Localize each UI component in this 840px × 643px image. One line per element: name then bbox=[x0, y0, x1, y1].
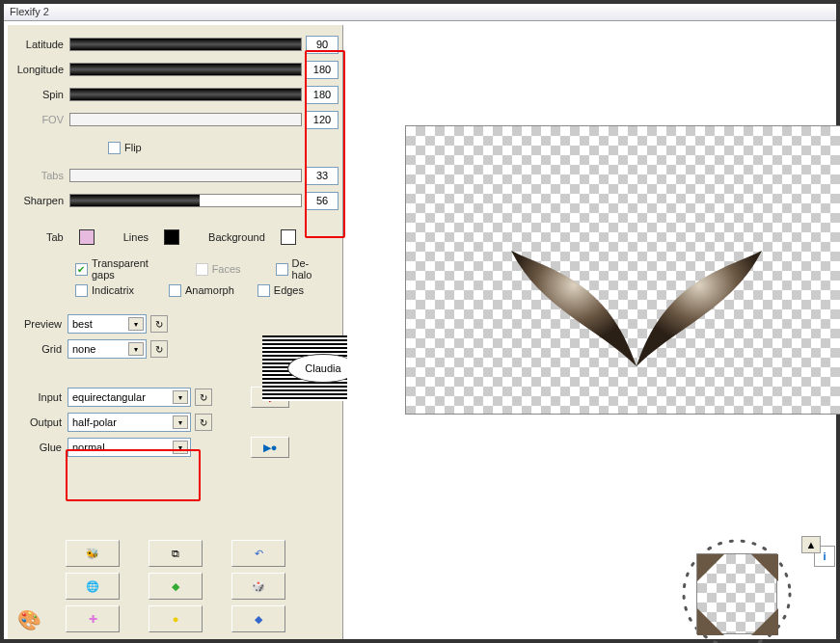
info-icon: i bbox=[823, 550, 826, 562]
blob-yellow-button[interactable]: ● bbox=[149, 605, 203, 632]
bee-icon: 🐝 bbox=[86, 548, 99, 560]
output-dropdown-value: half-polar bbox=[72, 416, 117, 428]
gem-blue-button[interactable]: ◆ bbox=[231, 605, 285, 632]
indicatrix-checkbox[interactable] bbox=[75, 284, 88, 297]
sharpen-label: Sharpen bbox=[12, 195, 69, 206]
chevron-down-icon: ▾ bbox=[173, 441, 188, 454]
tabs-value[interactable]: 33 bbox=[306, 167, 339, 185]
undo-icon: ↶ bbox=[255, 548, 263, 560]
lines-color-label: Lines bbox=[123, 231, 158, 243]
anamorph-checkbox[interactable] bbox=[169, 284, 181, 297]
dehalo-checkbox[interactable] bbox=[276, 263, 288, 276]
tabs-label: Tabs bbox=[12, 170, 69, 181]
thumbnail-shape-icon bbox=[697, 554, 778, 635]
lines-color-swatch[interactable] bbox=[164, 229, 179, 245]
fov-value[interactable]: 120 bbox=[306, 111, 339, 129]
copy-button[interactable]: ⧉ bbox=[149, 540, 203, 567]
preview-shape-icon bbox=[492, 212, 781, 386]
input-dropdown[interactable]: equirectangular ▾ bbox=[68, 388, 191, 407]
faces-checkbox bbox=[196, 263, 208, 276]
plus-pink-icon: ✚ bbox=[89, 613, 97, 626]
preview-refresh-button[interactable]: ↻ bbox=[150, 315, 168, 333]
spin-slider[interactable] bbox=[69, 88, 302, 101]
cube-green-icon: ◆ bbox=[172, 580, 179, 593]
window-titlebar: Flexify 2 bbox=[4, 4, 836, 21]
chevron-up-icon: ▲ bbox=[806, 539, 817, 550]
output-label: Output bbox=[12, 416, 68, 428]
window-title: Flexify 2 bbox=[10, 6, 49, 17]
dice-button[interactable]: 🎲 bbox=[231, 573, 285, 600]
anamorph-label: Anamorph bbox=[185, 284, 244, 296]
glue-label: Glue bbox=[12, 442, 68, 453]
transparent-gaps-label: Transparent gaps bbox=[92, 257, 184, 281]
bg-color-label: Background bbox=[208, 231, 275, 243]
preview-dropdown-value: best bbox=[72, 318, 93, 330]
dice-icon: 🎲 bbox=[252, 580, 265, 593]
input-dropdown-value: equirectangular bbox=[72, 391, 146, 403]
output-dropdown[interactable]: half-polar ▾ bbox=[68, 413, 191, 432]
tab-color-label: Tab bbox=[46, 231, 73, 243]
cube-green-button[interactable]: ◆ bbox=[149, 573, 203, 600]
chevron-down-icon: ▾ bbox=[173, 415, 188, 429]
longitude-label: Longitude bbox=[12, 64, 69, 75]
chevron-down-icon: ▾ bbox=[128, 342, 144, 356]
plus-pink-button[interactable]: ✚ bbox=[66, 605, 120, 632]
bg-color-swatch[interactable] bbox=[281, 229, 296, 245]
sharpen-slider[interactable] bbox=[69, 194, 302, 207]
spin-value[interactable]: 180 bbox=[306, 86, 339, 104]
expand-button[interactable]: ▲ bbox=[801, 536, 821, 553]
preview-dropdown[interactable]: best ▾ bbox=[68, 314, 147, 334]
palette-icon[interactable]: 🎨 bbox=[17, 608, 41, 631]
gem-blue-icon: ◆ bbox=[255, 613, 262, 626]
undo-button[interactable]: ↶ bbox=[231, 540, 285, 567]
globe-button[interactable]: 🌐 bbox=[66, 573, 120, 600]
grid-refresh-button[interactable]: ↻ bbox=[150, 340, 168, 358]
watermark-text: Claudia bbox=[305, 362, 340, 374]
fov-label: FOV bbox=[12, 114, 69, 125]
longitude-value[interactable]: 180 bbox=[306, 61, 339, 79]
dehalo-label: De-halo bbox=[292, 257, 339, 281]
latitude-value[interactable]: 90 bbox=[306, 36, 339, 54]
cd-record-icon: ▶● bbox=[263, 442, 278, 454]
icon-toolbar: 🐝 ⧉ ↶ 🌐 ◆ 🎲 ✚ ● ◆ bbox=[66, 540, 336, 638]
spin-label: Spin bbox=[12, 89, 69, 100]
bee-button[interactable]: 🐝 bbox=[66, 540, 120, 567]
latitude-label: Latitude bbox=[12, 39, 69, 50]
flip-checkbox[interactable] bbox=[108, 142, 121, 154]
tab-color-swatch[interactable] bbox=[79, 229, 95, 245]
glue-dropdown-value: normal bbox=[72, 442, 105, 453]
flip-label: Flip bbox=[124, 142, 151, 153]
faces-label: Faces bbox=[212, 263, 251, 275]
blob-yellow-icon: ● bbox=[173, 613, 179, 625]
glue-dropdown[interactable]: normal ▾ bbox=[68, 438, 191, 457]
transparent-gaps-checkbox[interactable] bbox=[75, 263, 88, 276]
chevron-down-icon: ▾ bbox=[128, 317, 144, 331]
controls-panel: Latitude 90 Longitude 180 Spin 180 FOV 1… bbox=[8, 25, 343, 639]
grid-dropdown-value: none bbox=[72, 343, 95, 355]
preview-label: Preview bbox=[12, 318, 68, 330]
input-label: Input bbox=[12, 391, 68, 403]
input-refresh-button[interactable]: ↻ bbox=[195, 388, 212, 406]
chevron-down-icon: ▾ bbox=[173, 390, 188, 404]
grid-label: Grid bbox=[12, 343, 68, 355]
tabs-slider bbox=[69, 169, 302, 182]
indicatrix-label: Indicatrix bbox=[92, 284, 144, 296]
fov-slider bbox=[69, 113, 302, 126]
globe-icon: 🌐 bbox=[86, 580, 99, 593]
grid-dropdown[interactable]: none ▾ bbox=[68, 339, 147, 359]
preview-image[interactable] bbox=[405, 125, 840, 415]
preview-panel: i − 50% + ▲ Flexify 2 settings Cancel ☞ … bbox=[347, 25, 832, 635]
longitude-slider[interactable] bbox=[69, 63, 302, 76]
copy-icon: ⧉ bbox=[172, 548, 179, 560]
cd-record-button[interactable]: ▶● bbox=[251, 437, 289, 458]
edges-label: Edges bbox=[274, 284, 313, 296]
edges-checkbox[interactable] bbox=[257, 284, 270, 297]
thumbnail-preview[interactable] bbox=[696, 553, 777, 634]
output-refresh-button[interactable]: ↻ bbox=[195, 414, 212, 431]
latitude-slider[interactable] bbox=[69, 38, 302, 51]
sharpen-value[interactable]: 56 bbox=[306, 192, 339, 210]
